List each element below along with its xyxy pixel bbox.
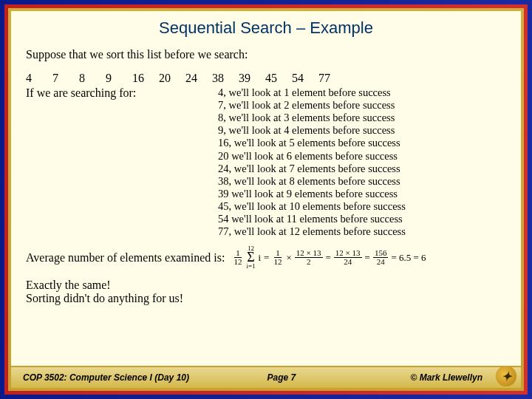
list-item: 4, we'll look at 1 element before succes… (218, 86, 406, 99)
num-item: 24 (185, 72, 209, 85)
num-item: 77 (318, 72, 342, 85)
intro-text: Suppose that we sort this list before we… (26, 48, 506, 61)
average-row: Average number of elements examined is: … (26, 245, 506, 269)
conclusion: Exactly the same! Sorting didn't do anyt… (26, 279, 506, 305)
slide-title: Sequential Search – Example (26, 18, 506, 38)
footer-page: Page 7 (224, 372, 339, 383)
conclusion-line: Sorting didn't do anything for us! (26, 292, 506, 305)
list-item: 54 we'll look at 11 elements before succ… (218, 213, 406, 225)
formula: 112 12 Σ i=1 i = 112 × 12 × 132 = 12 × 1… (232, 245, 426, 269)
num-item: 45 (265, 72, 289, 85)
number-list: 4 7 8 9 16 20 24 38 39 45 54 77 (26, 72, 506, 85)
slide-content: Sequential Search – Example Suppose that… (11, 11, 521, 388)
footer-course: COP 3502: Computer Science I (Day 10) (23, 372, 224, 383)
gold-frame: Sequential Search – Example Suppose that… (8, 8, 524, 391)
list-item: 38, we'll look at 8 elements before succ… (218, 175, 406, 188)
num-item: 9 (106, 72, 129, 85)
num-item: 4 (26, 72, 50, 85)
list-item: 39 we'll look at 9 elements before succe… (218, 188, 406, 200)
list-item: 16, we'll look at 5 elements before succ… (218, 137, 406, 149)
sigma-icon: 12 Σ i=1 (246, 245, 255, 269)
search-block: If we are searching for: 4, we'll look a… (26, 86, 506, 238)
footer-bar: COP 3502: Computer Science I (Day 10) Pa… (11, 366, 521, 388)
num-item: 8 (79, 72, 103, 85)
list-item: 8, we'll look at 3 elements before succe… (218, 112, 406, 124)
list-item: 77, we'll look at 12 elements before suc… (218, 225, 406, 238)
mid-frame: Sequential Search – Example Suppose that… (4, 4, 528, 395)
list-item: 7, we'll look at 2 elements before succe… (218, 99, 406, 112)
conclusion-line: Exactly the same! (26, 279, 506, 292)
search-results: 4, we'll look at 1 element before succes… (218, 86, 406, 238)
num-item: 38 (212, 72, 236, 85)
num-item: 20 (159, 72, 183, 85)
num-item: 16 (132, 72, 156, 85)
average-label: Average number of elements examined is: (26, 251, 225, 265)
searching-label: If we are searching for: (26, 86, 218, 100)
list-item: 24, we'll look at 7 elements before succ… (218, 163, 406, 175)
num-item: 54 (292, 72, 316, 85)
outer-frame: Sequential Search – Example Suppose that… (0, 0, 532, 399)
num-item: 7 (52, 72, 76, 85)
footer-author: © Mark Llewellyn (339, 372, 509, 383)
list-item: 45, we'll look at 10 elements before suc… (218, 200, 406, 213)
ucf-logo-icon: ✦ (496, 366, 516, 386)
list-item: 9, we'll look at 4 elements before succe… (218, 124, 406, 137)
num-item: 39 (239, 72, 262, 85)
list-item: 20 we'll look at 6 elements before succe… (218, 150, 406, 163)
